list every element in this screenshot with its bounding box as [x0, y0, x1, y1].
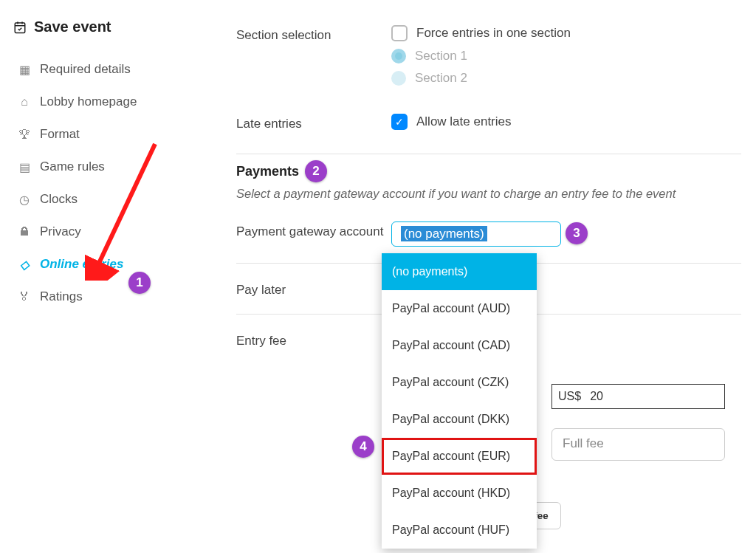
dropdown-option-paypal-eur[interactable]: PayPal account (EUR) [382, 438, 537, 475]
row-section-selection: Section selection Force entries in one s… [236, 15, 741, 103]
dropdown-option-paypal-huf[interactable]: PayPal account (HUF) [382, 512, 537, 549]
sidebar-item-lobby-homepage[interactable]: ⌂ Lobby homepage [13, 86, 193, 118]
rules-icon: ▤ [18, 160, 31, 174]
sidebar-item-label: Lobby homepage [40, 95, 137, 109]
dropdown-option-paypal-hkd[interactable]: PayPal account (HKD) [382, 475, 537, 512]
annotation-arrow-icon [85, 140, 166, 281]
radio-icon[interactable] [391, 71, 406, 86]
label-section-selection: Section selection [236, 25, 391, 43]
sidebar-item-label: Ratings [40, 289, 83, 304]
lock-icon: 🔒︎ [18, 225, 31, 238]
entry-fee-name-placeholder: Full fee [563, 436, 604, 450]
radio-section-2[interactable]: Section 2 [391, 71, 741, 86]
sidebar-item-label: Format [40, 127, 80, 142]
clock-icon: ◷ [18, 193, 31, 207]
radio-icon[interactable] [391, 49, 406, 63]
sidebar-item-label: Privacy [40, 224, 81, 239]
entry-fee-amount-input[interactable]: US$ 20 [551, 384, 725, 409]
trophy-icon: 🏆︎ [18, 128, 31, 141]
payment-gateway-dropdown[interactable]: (no payments) PayPal account (AUD) PayPa… [382, 253, 537, 549]
sidebar-item-required-details[interactable]: ▦ Required details [13, 53, 193, 86]
home-icon: ⌂ [18, 95, 31, 109]
payments-subtext: Select a payment gateway account if you … [236, 187, 741, 201]
entry-fee-value: 20 [587, 390, 606, 403]
payments-heading-text: Payments [236, 164, 299, 179]
grid-icon: ▦ [18, 63, 31, 77]
row-payment-gateway: Payment gateway account (no payments) [236, 211, 741, 257]
dropdown-option-paypal-czk[interactable]: PayPal account (CZK) [382, 364, 537, 401]
label-pay-later: Pay later [236, 280, 391, 298]
annotation-badge-2: 2 [305, 160, 327, 182]
checkbox-icon[interactable] [391, 25, 408, 41]
entry-fee-controls: US$ 20 Full fee [551, 384, 729, 461]
sidebar-item-ratings[interactable]: 🏅︎ Ratings [13, 281, 193, 313]
label-payment-gateway: Payment gateway account [236, 221, 391, 239]
payment-gateway-select[interactable]: (no payments) [391, 221, 561, 247]
checkbox-icon[interactable]: ✓ [391, 114, 408, 130]
radio-section-1[interactable]: Section 1 [391, 49, 741, 63]
select-value: (no payments) [401, 226, 487, 241]
radio-label: Section 1 [415, 49, 467, 63]
force-entries-checkbox-row[interactable]: Force entries in one section [391, 25, 741, 41]
annotation-badge-1: 1 [128, 272, 151, 294]
sidebar-item-label: Required details [40, 62, 131, 77]
checkbox-label: Force entries in one section [416, 26, 571, 41]
label-entry-fee: Entry fee [236, 331, 391, 348]
payments-heading: Payments 2 [236, 160, 741, 182]
allow-late-entries-checkbox-row[interactable]: ✓ Allow late entries [391, 114, 741, 130]
dropdown-option-paypal-dkk[interactable]: PayPal account (DKK) [382, 401, 537, 438]
label-late-entries: Late entries [236, 114, 391, 131]
sidebar-title: Save event [13, 18, 193, 35]
annotation-badge-3: 3 [566, 222, 588, 244]
dropdown-option-paypal-aud[interactable]: PayPal account (AUD) [382, 290, 537, 327]
medal-icon: 🏅︎ [18, 290, 31, 303]
sidebar-item-label: Clocks [40, 192, 78, 207]
checkbox-label: Allow late entries [416, 114, 512, 129]
divider [236, 154, 741, 154]
dropdown-option-paypal-cad[interactable]: PayPal account (CAD) [382, 327, 537, 364]
radio-label: Section 2 [415, 71, 467, 86]
svg-rect-0 [15, 23, 25, 33]
svg-line-1 [96, 144, 155, 269]
sidebar-title-text: Save event [34, 18, 111, 35]
entry-fee-name-input[interactable]: Full fee [551, 428, 725, 461]
currency-prefix: US$ [552, 390, 587, 403]
dropdown-option-no-payments[interactable]: (no payments) [382, 253, 537, 290]
ticket-icon: ◇ [18, 258, 31, 272]
save-icon [13, 20, 27, 35]
row-late-entries: Late entries ✓ Allow late entries [236, 103, 741, 148]
annotation-badge-4: 4 [352, 436, 374, 458]
